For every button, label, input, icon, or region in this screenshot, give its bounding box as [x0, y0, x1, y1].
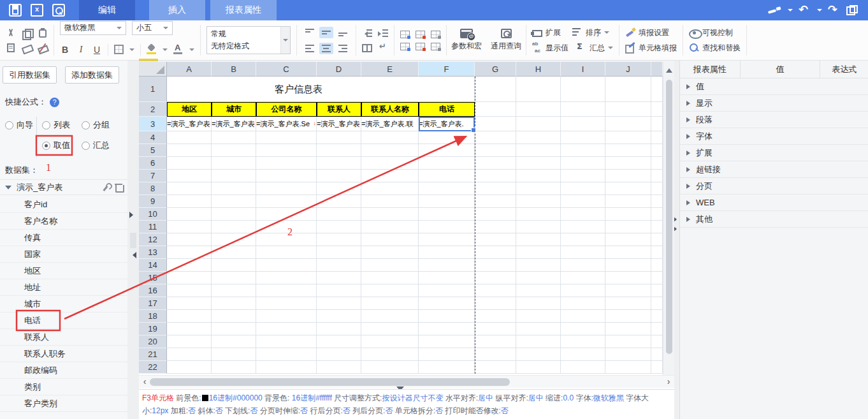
sheet-cell[interactable] — [317, 221, 361, 233]
sheet-cell[interactable] — [256, 170, 317, 182]
display-value-button[interactable]: 显示值 — [532, 43, 568, 54]
radio-list[interactable]: 列表 — [42, 119, 70, 131]
column-header-B[interactable]: B — [212, 62, 256, 77]
increase-indent-icon[interactable] — [378, 28, 388, 38]
sheet-cell[interactable] — [212, 310, 256, 323]
sheet-cell[interactable] — [651, 297, 663, 310]
sheet-cell[interactable] — [651, 102, 663, 117]
sheet-cell[interactable] — [256, 323, 317, 335]
clear-format-icon[interactable] — [38, 43, 48, 53]
sheet-cell[interactable] — [605, 195, 651, 208]
sheet-cell[interactable] — [475, 131, 516, 144]
sheet-cell[interactable] — [651, 246, 663, 259]
column-header-partial[interactable] — [651, 62, 663, 77]
sheet-cell[interactable] — [256, 361, 317, 374]
sheet-cell[interactable] — [561, 246, 605, 259]
sheet-cell[interactable] — [317, 157, 361, 170]
sheet-cell[interactable] — [605, 170, 651, 182]
sheet-cell[interactable] — [651, 221, 663, 233]
dataset-field-邮政编码[interactable]: 邮政编码 — [0, 362, 127, 379]
sheet-cell[interactable] — [516, 310, 561, 323]
dataset-field-客户类别[interactable]: 客户类别 — [0, 395, 127, 412]
sheet-cell[interactable] — [419, 144, 475, 157]
sheet-cell[interactable] — [256, 246, 317, 259]
sheet-cell[interactable] — [317, 335, 361, 348]
panel-section-WEB[interactable]: WEB — [680, 195, 868, 211]
row-header-21[interactable]: 21 — [139, 348, 167, 361]
dataset-field-传真[interactable]: 传真 — [0, 230, 127, 246]
sheet-cell[interactable] — [561, 335, 605, 348]
fill-settings-button[interactable]: 填报设置 — [625, 27, 669, 38]
sheet-cell[interactable] — [361, 361, 419, 374]
sheet-cell[interactable] — [475, 246, 516, 259]
sheet-cell[interactable] — [361, 208, 419, 221]
sheet-cell[interactable] — [317, 233, 361, 246]
column-header-F[interactable]: F — [419, 62, 475, 77]
row-header-2[interactable]: 2 — [139, 102, 167, 117]
sheet-cell[interactable] — [167, 323, 212, 335]
sheet-cell[interactable] — [317, 323, 361, 335]
sheet-cell[interactable] — [475, 157, 516, 170]
delete-column-icon[interactable] — [416, 43, 425, 50]
sheet-cell[interactable] — [317, 170, 361, 182]
sheet-cell[interactable] — [167, 233, 212, 246]
sheet-cell[interactable] — [361, 272, 419, 284]
sheet-cell[interactable] — [651, 144, 663, 157]
dataset-field-国家[interactable]: 国家 — [0, 246, 127, 263]
sheet-cell[interactable] — [475, 348, 516, 361]
sheet-cell[interactable] — [419, 259, 475, 272]
dataset-field-城市[interactable]: 城市 — [0, 296, 127, 312]
sheet-cell[interactable] — [256, 195, 317, 208]
sheet-cell[interactable] — [605, 208, 651, 221]
sheet-cell[interactable] — [475, 272, 516, 284]
row-header-3[interactable]: 3 — [139, 117, 167, 131]
sheet-cell[interactable] — [419, 208, 475, 221]
sheet-cell[interactable] — [561, 117, 605, 131]
sheet-cell[interactable] — [361, 310, 419, 323]
sheet-cell[interactable] — [516, 246, 561, 259]
sheet-cell[interactable] — [651, 361, 663, 374]
sheet-cell[interactable] — [361, 182, 419, 195]
sheet-cell[interactable] — [605, 348, 651, 361]
sheet-cell[interactable] — [516, 131, 561, 144]
sheet-cell[interactable] — [561, 233, 605, 246]
sheet-cell[interactable] — [167, 284, 212, 297]
sheet-cell[interactable] — [317, 208, 361, 221]
sheet-cell[interactable] — [212, 131, 256, 144]
cell-fill-button[interactable]: 单元格填报 — [625, 43, 677, 54]
row-header-9[interactable]: 9 — [139, 195, 167, 208]
sheet-cell[interactable] — [605, 361, 651, 374]
sheet-cell[interactable] — [167, 208, 212, 221]
sheet-cell[interactable] — [651, 272, 663, 284]
dataset-field-地址[interactable]: 地址 — [0, 279, 127, 296]
sheet-cell[interactable] — [419, 323, 475, 335]
sheet-cell[interactable] — [605, 323, 651, 335]
dataset-field-客户名称[interactable]: 客户名称 — [0, 213, 127, 230]
sheet-cell[interactable] — [516, 182, 561, 195]
sheet-cell[interactable] — [361, 131, 419, 144]
row-header-4[interactable]: 4 — [139, 131, 167, 144]
decrease-indent-icon[interactable] — [362, 28, 372, 38]
merge-cells-icon[interactable] — [362, 44, 372, 52]
sheet-cell[interactable] — [419, 195, 475, 208]
sheet-cell[interactable] — [167, 157, 212, 170]
sheet-cell[interactable] — [419, 272, 475, 284]
row-header-13[interactable]: 13 — [139, 246, 167, 259]
sheet-cell[interactable] — [561, 361, 605, 374]
format-brush-icon[interactable] — [768, 5, 782, 15]
sheet-cell[interactable] — [561, 195, 605, 208]
formula-cell[interactable]: =演示_客户表 — [167, 117, 212, 131]
sheet-cell[interactable] — [516, 117, 561, 131]
sheet-cell[interactable] — [212, 284, 256, 297]
header-cell[interactable]: 联系人 — [317, 102, 361, 117]
sheet-cell[interactable] — [651, 348, 663, 361]
sheet-cell[interactable] — [317, 182, 361, 195]
sheet-cell[interactable] — [475, 182, 516, 195]
sheet-cell[interactable] — [561, 182, 605, 195]
sheet-cell[interactable] — [212, 208, 256, 221]
font-size-select[interactable]: 小五 — [132, 21, 173, 35]
sheet-cell[interactable] — [475, 102, 516, 117]
panel-tab-1[interactable]: 报表属性 — [680, 61, 741, 78]
sheet-cell[interactable] — [419, 170, 475, 182]
sheet-cell[interactable] — [651, 195, 663, 208]
